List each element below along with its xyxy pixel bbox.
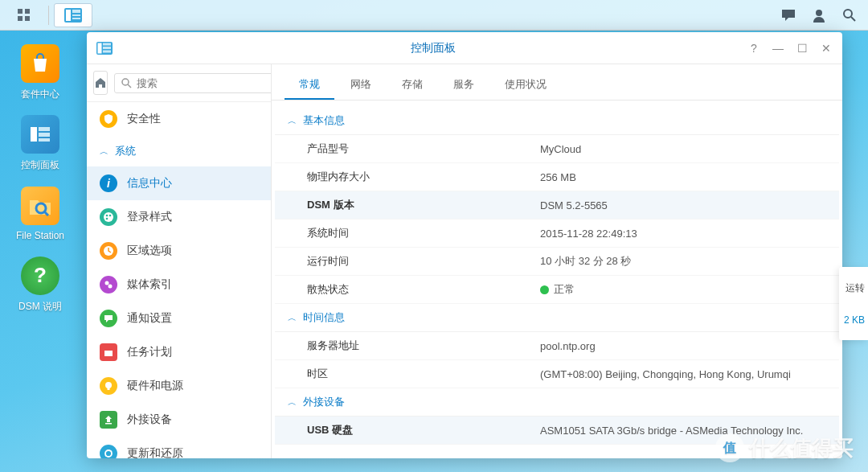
folder-search-icon — [28, 195, 52, 216]
svg-point-9 — [816, 10, 822, 16]
window-maximize-button[interactable]: ☐ — [796, 42, 809, 55]
info-row: 系统时间2015-11-28 22:49:13 — [275, 220, 839, 248]
svg-rect-14 — [39, 133, 50, 137]
palette-icon — [100, 208, 117, 226]
chevron-up-icon: ︿ — [288, 396, 297, 408]
sidebar-item-external-devices[interactable]: 外接设备 — [87, 403, 271, 437]
sliders-icon — [29, 125, 51, 143]
section-time-info[interactable]: ︿ 时间信息 — [275, 304, 839, 332]
info-label: 运行时间 — [307, 254, 540, 269]
svg-rect-5 — [66, 10, 71, 21]
info-value: 256 MB — [540, 171, 576, 183]
search-icon — [121, 78, 132, 88]
sidebar-item-label: 区域选项 — [127, 244, 172, 258]
sidebar-item-label: 更新和还原 — [127, 446, 183, 458]
svg-point-34 — [105, 382, 112, 388]
desktop-icon-package-center[interactable]: 套件中心 — [8, 40, 72, 105]
sidebar-item-login-style[interactable]: 登录样式 — [87, 200, 271, 234]
shield-icon — [100, 110, 117, 128]
window-minimize-button[interactable]: — — [772, 42, 784, 55]
section-title: 外接设备 — [303, 395, 345, 409]
svg-rect-12 — [31, 127, 37, 142]
clock-icon — [100, 242, 117, 260]
desktop-icon-label: 套件中心 — [21, 88, 59, 101]
svg-rect-7 — [72, 14, 80, 16]
content-scroll[interactable]: ︿ 基本信息 产品型号MyCloud 物理内存大小256 MB DSM 版本DS… — [272, 101, 842, 458]
section-title: 时间信息 — [303, 310, 345, 325]
tab-general[interactable]: 常规 — [285, 71, 334, 100]
info-row: 产品型号MyCloud — [275, 135, 839, 163]
sidebar-group-system[interactable]: ︿ 系统 — [87, 136, 271, 166]
info-value: (GMT+08:00) Beijing, Chongqing, Hong Kon… — [540, 368, 791, 380]
desktop-icon-file-station[interactable]: File Station — [8, 182, 72, 246]
info-label: 散热状态 — [307, 282, 540, 297]
home-button[interactable] — [93, 71, 108, 95]
calendar-icon — [100, 343, 117, 361]
svg-rect-8 — [72, 18, 80, 19]
app-icon — [96, 40, 113, 56]
sidebar-item-notification[interactable]: 通知设置 — [87, 302, 271, 335]
search-input[interactable] — [137, 77, 272, 89]
user-icon — [812, 8, 826, 23]
film-icon — [100, 276, 117, 293]
desktop-icon-dsm-help[interactable]: ? DSM 说明 — [8, 252, 72, 317]
window-titlebar[interactable]: 控制面板 ? — ☐ ✕ — [87, 32, 842, 64]
tab-usage[interactable]: 使用状况 — [490, 71, 561, 100]
info-row: 运行时间10 小时 32 分 28 秒 — [275, 248, 839, 276]
status-dot-icon — [540, 285, 549, 294]
sidebar-item-update-restore[interactable]: 更新和还原 — [87, 437, 271, 458]
info-value: pool.ntp.org — [540, 340, 596, 352]
info-row: 散热状态正常 — [275, 276, 839, 304]
sidebar-item-indexing[interactable]: 媒体索引 — [87, 268, 271, 302]
search-box[interactable] — [114, 73, 272, 93]
tab-network[interactable]: 网络 — [336, 71, 386, 100]
speech-bubble-icon — [780, 8, 796, 23]
search-button[interactable] — [834, 3, 865, 27]
section-external-devices[interactable]: ︿ 外接设备 — [275, 388, 839, 417]
info-label: 物理内存大小 — [307, 170, 540, 184]
info-row: 服务器地址pool.ntp.org — [275, 332, 839, 360]
tabs: 常规 网络 存储 服务 使用状况 — [272, 64, 842, 101]
sidebar-item-task-scheduler[interactable]: 任务计划 — [87, 335, 271, 369]
sidebar-item-label: 安全性 — [127, 112, 161, 126]
svg-rect-36 — [105, 423, 112, 425]
taskbar-app-control-panel[interactable] — [54, 3, 92, 27]
desktop-icon-label: DSM 说明 — [18, 300, 62, 314]
shopping-bag-icon — [29, 52, 51, 75]
info-label: 产品型号 — [307, 142, 540, 156]
info-value: DSM 5.2-5565 — [540, 199, 608, 211]
sidebar-item-regional[interactable]: 区域选项 — [87, 234, 271, 268]
svg-rect-13 — [39, 127, 50, 131]
desktop-icon-control-panel[interactable]: 控制面板 — [8, 111, 72, 175]
desktop-icon-label: File Station — [16, 230, 64, 241]
bulb-icon — [100, 377, 117, 395]
svg-rect-35 — [108, 388, 110, 390]
chat-icon — [100, 310, 117, 327]
info-label: USB 硬盘 — [307, 423, 540, 437]
sidebar-item-security[interactable]: 安全性 — [87, 102, 271, 136]
user-button[interactable] — [804, 3, 834, 27]
svg-point-30 — [105, 281, 109, 285]
widget-peek[interactable]: 运转 2 KB — [839, 267, 868, 340]
sidebar-item-info-center[interactable]: i 信息中心 — [87, 166, 271, 200]
svg-rect-20 — [103, 43, 111, 45]
control-panel-icon — [64, 8, 82, 23]
svg-rect-21 — [103, 47, 111, 49]
svg-point-25 — [104, 212, 113, 222]
sidebar-item-label: 登录样式 — [127, 210, 172, 224]
tab-service[interactable]: 服务 — [439, 71, 489, 100]
tab-storage[interactable]: 存储 — [387, 71, 437, 100]
sidebar-item-hardware-power[interactable]: 硬件和电源 — [87, 369, 271, 403]
window-help-button[interactable]: ? — [747, 42, 760, 55]
section-basic-info[interactable]: ︿ 基本信息 — [275, 107, 839, 135]
info-value: 10 小时 32 分 28 秒 — [540, 254, 631, 269]
main-menu-button[interactable] — [5, 3, 43, 27]
notifications-button[interactable] — [773, 3, 804, 27]
sidebar: 安全性 ︿ 系统 i 信息中心 登录样式 区域选项 媒体索引 — [87, 64, 272, 458]
watermark: 值 什么值得买 — [715, 433, 854, 462]
svg-rect-6 — [72, 10, 80, 13]
svg-rect-22 — [103, 50, 111, 52]
info-value: 2015-11-28 22:49:13 — [540, 228, 637, 240]
svg-point-23 — [122, 79, 129, 85]
window-close-button[interactable]: ✕ — [820, 42, 833, 55]
